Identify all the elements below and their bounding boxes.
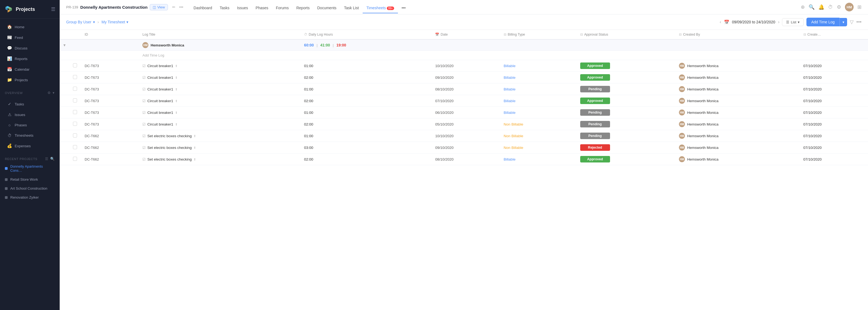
- th-created-at[interactable]: ⊟Create…: [800, 30, 868, 39]
- tab-issues[interactable]: Issues: [233, 3, 252, 13]
- tab-more[interactable]: •••: [398, 3, 410, 13]
- checkbox[interactable]: [73, 87, 77, 91]
- sidebar-item-home[interactable]: 🏠 Home: [2, 22, 58, 32]
- row-expand: [60, 142, 69, 153]
- apps-icon[interactable]: ⊞: [858, 4, 862, 10]
- row-approval: Rejected: [577, 142, 675, 153]
- sidebar-item-calendar-label: Calendar: [14, 67, 30, 72]
- user-avatar[interactable]: HM: [845, 3, 854, 11]
- sidebar-item-calendar[interactable]: 📅 Calendar: [2, 64, 58, 75]
- row-created-at: 07/10/2020: [800, 107, 868, 118]
- list-view-button[interactable]: ☰ List ▾: [782, 18, 803, 26]
- row-checkbox[interactable]: [69, 72, 81, 83]
- sidebar-item-expenses[interactable]: 💰 Expenses: [2, 141, 58, 151]
- th-title[interactable]: Log Title: [138, 30, 300, 39]
- collapse-icon[interactable]: ▾: [63, 43, 65, 47]
- sidebar-item-issues[interactable]: ⚠ Issues: [2, 110, 58, 120]
- add-time-log-dropdown-button[interactable]: ▾: [839, 18, 847, 26]
- row-checkbox[interactable]: [69, 107, 81, 118]
- tab-reports[interactable]: Reports: [292, 3, 313, 13]
- row-checkbox[interactable]: [69, 60, 81, 72]
- checkbox[interactable]: [73, 145, 77, 149]
- row-checkbox[interactable]: [69, 153, 81, 165]
- row-checkbox[interactable]: [69, 118, 81, 130]
- search-icon[interactable]: 🔍: [50, 157, 55, 161]
- my-timesheet-dropdown[interactable]: My Timesheet ▾: [101, 20, 128, 24]
- tab-tasklist[interactable]: Task List: [340, 3, 362, 13]
- topbar-right: ⊕ 🔍 🔔 ⏱ ⚙ HM ⊞: [801, 3, 862, 14]
- th-created-by[interactable]: ⊟Created By: [675, 30, 799, 39]
- group-created-at-cell: [800, 39, 868, 51]
- more-icon[interactable]: •••: [179, 5, 183, 9]
- timer-icon[interactable]: ⏱: [828, 4, 833, 10]
- sidebar-item-phases[interactable]: ○ Phases: [2, 120, 58, 130]
- sidebar-item-timesheets[interactable]: ⏱ Timesheets: [2, 131, 58, 140]
- row-checkbox[interactable]: [69, 95, 81, 107]
- chevron-down-icon[interactable]: ▾: [53, 91, 55, 95]
- tab-timesheets[interactable]: Timesheets99+: [363, 3, 398, 13]
- sidebar-item-reports[interactable]: 📊 Reports: [2, 54, 58, 64]
- th-id[interactable]: ID: [81, 30, 138, 39]
- add-time-log-row[interactable]: Add Time Log: [60, 51, 868, 60]
- add-time-log-button[interactable]: Add Time Log: [806, 18, 839, 26]
- sidebar-item-tasks[interactable]: ✓ Tasks: [2, 99, 58, 109]
- filter-icon[interactable]: ▽: [850, 19, 854, 25]
- tab-phases[interactable]: Phases: [252, 3, 272, 13]
- checkbox[interactable]: [73, 98, 77, 103]
- view-button[interactable]: ◫ View: [150, 4, 168, 10]
- tab-tasks[interactable]: Tasks: [216, 3, 233, 13]
- row-id: DC-T662: [81, 153, 138, 165]
- sidebar-item-projects[interactable]: 📁 Projects: [2, 75, 58, 85]
- row-created-by: HM Hemsworth Monica: [675, 60, 799, 72]
- group-by-user-dropdown[interactable]: Group By User ▾: [66, 20, 95, 24]
- approval-badge: Approved: [580, 156, 610, 163]
- th-hours[interactable]: ⏱Daily Log Hours: [300, 30, 431, 39]
- add-time-log-cell[interactable]: Add Time Log: [138, 51, 300, 60]
- settings-icon[interactable]: ⚙: [48, 91, 51, 95]
- notification-icon[interactable]: 🔔: [818, 4, 824, 10]
- filter-icon[interactable]: ☰: [45, 157, 49, 161]
- sidebar-item-feed[interactable]: 📰 Feed: [2, 32, 58, 43]
- toolbar-more-icon[interactable]: •••: [856, 19, 862, 25]
- recent-project-donnelly[interactable]: Donnelly Apartments Cons…: [0, 162, 60, 175]
- row-hours: 01:00: [300, 107, 431, 118]
- checkbox[interactable]: [73, 110, 77, 114]
- th-billing[interactable]: ⊟Billing Type: [500, 30, 577, 39]
- prev-date-button[interactable]: ‹: [720, 20, 721, 24]
- plus-icon[interactable]: ⊕: [801, 4, 805, 10]
- tab-forums[interactable]: Forums: [272, 3, 292, 13]
- recent-project-retail[interactable]: Retail Store Work: [0, 175, 60, 184]
- issues-icon: ⚠: [7, 112, 12, 117]
- th-approval[interactable]: ⊟Approval Status: [577, 30, 675, 39]
- view-icon: ◫: [153, 5, 156, 9]
- checkbox[interactable]: [73, 157, 77, 161]
- settings-icon[interactable]: ⚙: [837, 4, 841, 10]
- checkbox[interactable]: [73, 122, 77, 126]
- row-checkbox[interactable]: [69, 130, 81, 142]
- tab-documents[interactable]: Documents: [314, 3, 340, 13]
- next-date-button[interactable]: ›: [778, 20, 779, 24]
- row-billing: Non Billable: [500, 142, 577, 153]
- sidebar-hamburger-icon[interactable]: ☰: [51, 6, 55, 12]
- row-approval: Approved: [577, 60, 675, 72]
- pencil-icon[interactable]: ✏: [172, 5, 176, 9]
- row-checkbox[interactable]: [69, 83, 81, 95]
- recent-project-renovation[interactable]: Renovation Zyiker: [0, 193, 60, 202]
- project-id: PR-139: [66, 5, 78, 9]
- main-content: PR-139 Donnelly Apartments Construction …: [60, 0, 868, 310]
- sidebar-item-discuss[interactable]: 💬 Discuss: [2, 43, 58, 53]
- tab-dashboard[interactable]: Dashboard: [190, 3, 216, 13]
- search-icon[interactable]: 🔍: [809, 4, 814, 10]
- calendar-icon[interactable]: 📅: [724, 20, 730, 25]
- project-dot: [5, 187, 8, 190]
- row-checkbox[interactable]: [69, 142, 81, 153]
- row-billing: Non Billable: [500, 130, 577, 142]
- hour-divider2: |: [333, 43, 334, 47]
- task-icon: ☑: [143, 146, 146, 150]
- th-date[interactable]: 📅Date: [431, 30, 500, 39]
- checkbox[interactable]: [73, 75, 77, 79]
- sidebar-logo: Projects ☰: [0, 0, 60, 19]
- checkbox[interactable]: [73, 133, 77, 138]
- recent-project-art[interactable]: Art School Construction: [0, 184, 60, 193]
- checkbox[interactable]: [73, 63, 77, 67]
